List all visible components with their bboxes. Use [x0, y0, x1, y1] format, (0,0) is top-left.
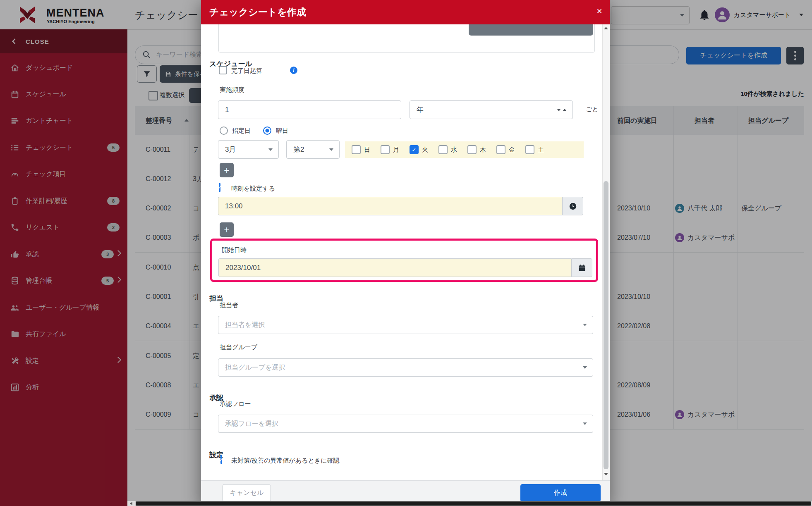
scroll-down-icon[interactable]: [604, 473, 608, 475]
day-sunday[interactable]: 日: [352, 145, 370, 154]
frequency-input[interactable]: [218, 100, 401, 119]
day-tuesday[interactable]: 火: [410, 145, 428, 154]
submit-button[interactable]: 作成: [520, 484, 601, 502]
cancel-button[interactable]: キャンセル: [223, 484, 271, 502]
info-icon[interactable]: i: [290, 67, 297, 74]
completion-basis-checkbox[interactable]: [219, 66, 227, 74]
approval-flow-label: 承認フロー: [220, 400, 251, 408]
month-select[interactable]: 3月: [218, 140, 279, 159]
anomaly-confirm-label: 未対策/改善の異常値があるときに確認: [231, 457, 340, 465]
date-picker-button[interactable]: [571, 258, 592, 277]
assignee-select[interactable]: 担当者を選択: [218, 316, 593, 334]
scroll-up-icon[interactable]: [604, 27, 608, 29]
completion-basis-label: 完了日起算: [231, 67, 262, 75]
start-datetime-label: 開始日時: [222, 246, 247, 254]
add-schedule-button[interactable]: +: [220, 163, 234, 177]
calendar-icon: [578, 264, 586, 272]
time-input[interactable]: [218, 197, 562, 215]
weekday-radio[interactable]: [263, 126, 271, 135]
chevron-down-icon: [268, 148, 273, 151]
modal-title: チェックシートを作成: [209, 6, 306, 19]
frequency-label: 実施頻度: [220, 86, 244, 94]
approval-flow-select[interactable]: 承認フローを選択: [218, 415, 593, 433]
assignee-label: 担当者: [220, 301, 238, 309]
modal-scrollbar-thumb[interactable]: [604, 181, 608, 469]
arrow-left-icon: [130, 502, 132, 505]
specified-date-radio[interactable]: [220, 126, 228, 135]
day-wednesday[interactable]: 水: [438, 145, 457, 154]
day-monday[interactable]: 月: [381, 145, 399, 154]
screen: MENTENA YACHIYO Engineering チェックシート カスタマ…: [0, 0, 812, 506]
frequency-unit-select[interactable]: 年: [410, 100, 573, 119]
specified-date-label: 指定日: [232, 127, 251, 135]
anomaly-confirm-checkbox[interactable]: [220, 455, 222, 464]
day-thursday[interactable]: 木: [467, 145, 486, 154]
frequency-suffix: ごと: [586, 105, 599, 113]
modal-header: チェックシートを作成 ✕: [201, 0, 610, 24]
close-icon[interactable]: ✕: [594, 6, 605, 17]
stepper-icon: [563, 109, 567, 111]
week-number-select[interactable]: 第2: [286, 140, 340, 159]
chevron-down-icon: [329, 148, 333, 151]
day-saturday[interactable]: 土: [525, 145, 544, 154]
weekday-checkbox-strip: 日 月 火 水 木 金 土: [345, 141, 584, 158]
chevron-down-icon: [583, 366, 587, 369]
modal-scrollbar[interactable]: [602, 24, 610, 480]
set-time-label: 時刻を設定する: [231, 185, 275, 193]
chevron-down-icon: [583, 422, 587, 425]
clock-icon: [568, 202, 577, 211]
time-picker-button[interactable]: [562, 197, 583, 215]
scroll-left-button[interactable]: [127, 501, 135, 506]
set-time-checkbox[interactable]: [219, 183, 220, 192]
horizontal-scrollbar[interactable]: [127, 501, 812, 506]
group-select[interactable]: 担当グループを選択: [218, 358, 593, 377]
horizontal-scrollbar-thumb[interactable]: [136, 501, 811, 506]
create-checksheet-modal: + 確認項目 チェックシートを作成 ✕ スケジュール 完了日起算 i 実施頻度 …: [201, 0, 610, 506]
group-label: 担当グループ: [220, 344, 257, 351]
start-date-input[interactable]: [218, 258, 571, 277]
start-datetime-highlight: 開始日時: [210, 239, 598, 282]
add-time-button[interactable]: +: [220, 222, 234, 237]
chevron-down-icon: [583, 324, 587, 326]
day-friday[interactable]: 金: [496, 145, 515, 154]
weekday-label: 曜日: [276, 127, 288, 135]
